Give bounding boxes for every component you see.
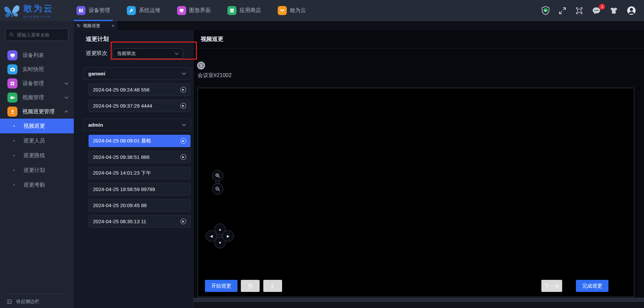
play-icon[interactable]: ▶	[180, 87, 186, 93]
bullet-dot	[13, 125, 15, 127]
sidebar: 设备列表 实时快照 设备管理 视频管理 视频巡更管理	[0, 21, 74, 308]
divider	[7, 294, 66, 294]
plan-record-item[interactable]: 2024-04-25 08:35:13 11 ▶	[89, 215, 191, 228]
messages-icon[interactable]: 3	[592, 7, 601, 15]
next-step-button[interactable]: 下一步	[541, 280, 562, 292]
arrow-left-icon: ◀	[210, 234, 213, 238]
screenshot-frame-icon[interactable]	[575, 7, 583, 15]
bottom-spacer	[194, 302, 644, 308]
pan-right-button[interactable]: ▶	[222, 230, 234, 242]
arrow-right-icon: ▶	[227, 234, 229, 238]
sidebar-subitem-patrol-route[interactable]: 巡更路线	[0, 148, 74, 163]
patrol-record-button[interactable]	[241, 280, 260, 292]
sidebar-subitem-video-patrol[interactable]: 视频巡更	[0, 119, 74, 133]
monitor-icon	[177, 6, 186, 15]
sidebar-subitem-label: 巡更计划	[23, 167, 45, 174]
play-icon[interactable]: ▶	[180, 138, 186, 144]
plan-record-item[interactable]: 2024-04-25 18:58:59 89789	[89, 183, 191, 195]
top-nav: 敢为云 GANWEIYUN 设备管理 系统运维 图形界面 应用	[0, 0, 644, 21]
nav-tab-label: 系统运维	[139, 7, 160, 14]
search-icon	[9, 32, 14, 37]
plan-record-item[interactable]: 2024-04-25 09:38:51 888 ▶	[89, 151, 191, 163]
plan-record-item[interactable]: 2024-04-25 20:09:45 88	[89, 199, 191, 211]
collapse-sidebar-button[interactable]: 收起侧边栏	[0, 299, 74, 305]
video-player-area[interactable]: ▲ ▼ ◀ ▶ 开始巡更 ✂ 下一步 完成巡更	[198, 88, 634, 297]
pan-left-button[interactable]: ◀	[206, 230, 217, 242]
nav-tab-system-ops[interactable]: 系统运维	[127, 0, 160, 21]
butterfly-small-icon	[278, 6, 287, 15]
divider	[194, 48, 644, 49]
sidebar-item-video-patrol-management[interactable]: 视频巡更管理	[0, 105, 74, 119]
nav-tab-app-store[interactable]: 应用商店	[227, 0, 261, 21]
chevron-up-icon	[64, 110, 68, 113]
snip-button[interactable]: ✂	[263, 280, 282, 292]
plan-record-time: 2024-04-25 09:37:29 4444	[93, 103, 152, 109]
sidebar-item-live-snapshot[interactable]: 实时快照	[0, 62, 74, 76]
zoom-out-button[interactable]	[212, 183, 223, 195]
search-input[interactable]	[17, 32, 65, 38]
patrol-plan-panel: 巡更计划 巡更班次 当前班次 ganwei 2024-04-25 09:24:4…	[74, 30, 194, 308]
plan-group-ganwei[interactable]: ganwei	[83, 67, 191, 80]
plan-record-time: 2024-04-25 08:09:01 晨检	[93, 138, 151, 144]
group-name: admin	[88, 122, 103, 128]
sidebar-item-video-management[interactable]: 视频管理	[0, 90, 74, 105]
menu-search-box[interactable]	[5, 28, 68, 41]
nav-tab-graphic-interface[interactable]: 图形界面	[177, 0, 211, 21]
sidebar-subitem-patrol-attendance[interactable]: 巡更考勤	[0, 178, 74, 192]
plan-record-time: 2024-04-25 18:58:59 89789	[93, 186, 155, 192]
plan-record-time: 2024-04-25 09:24:48 556	[93, 87, 149, 93]
nav-tab-label: 设备管理	[89, 7, 110, 14]
plan-record-item[interactable]: 2024-04-25 09:37:29 4444 ▶	[89, 100, 191, 112]
sidebar-item-label: 设备管理	[22, 80, 44, 87]
refresh-icon[interactable]: ↻	[77, 23, 80, 28]
zoom-in-button[interactable]	[212, 170, 223, 181]
nav-tab-label: 图形界面	[189, 7, 211, 14]
sidebar-item-label: 视频管理	[22, 94, 44, 101]
nav-tab-device-management[interactable]: 设备管理	[76, 0, 110, 21]
shift-select[interactable]: 当前班次	[113, 48, 183, 59]
page-tab-video-patrol[interactable]: ↻ 视频巡更 ×	[74, 21, 117, 30]
page-tab-label: 视频巡更	[83, 23, 100, 29]
plan-group-admin[interactable]: admin	[83, 119, 191, 131]
sidebar-footer: 收起侧边栏	[0, 294, 74, 305]
sidebar-item-label: 设备列表	[22, 52, 44, 59]
record-doc-icon	[248, 284, 253, 289]
shift-row: 巡更班次 当前班次	[86, 48, 193, 59]
message-count-badge: 3	[599, 4, 605, 10]
sidebar-subitem-label: 巡更人员	[23, 137, 45, 144]
plan-record-time: 2024-04-25 09:38:51 888	[93, 154, 149, 160]
plan-record-item-selected[interactable]: 2024-04-25 08:09:01 晨检 ▶	[89, 135, 191, 147]
sidebar-subitem-patrol-personnel[interactable]: 巡更人员	[0, 133, 74, 148]
chevron-down-icon	[175, 52, 179, 55]
main-panel-title: 视频巡更	[194, 30, 644, 43]
play-icon[interactable]: ▶	[180, 103, 186, 109]
finish-patrol-button[interactable]: 完成巡更	[576, 280, 608, 292]
butterfly-logo-icon	[3, 2, 21, 19]
top-nav-tabs: 设备管理 系统运维 图形界面 应用商店 敢为云	[74, 0, 306, 21]
bullet-dot	[13, 140, 15, 141]
nav-tab-ganweiyun[interactable]: 敢为云	[278, 0, 306, 21]
sidebar-item-label: 实时快照	[22, 66, 44, 73]
arrow-up-icon: ▲	[218, 228, 222, 231]
start-patrol-button[interactable]: 开始巡更	[205, 280, 237, 292]
play-icon[interactable]: ▶	[180, 219, 186, 224]
theme-shirt-icon[interactable]	[609, 7, 618, 14]
close-tab-icon[interactable]: ×	[112, 23, 114, 28]
plan-list: ganwei 2024-04-25 09:24:48 556 ▶ 2024-04…	[74, 67, 193, 228]
security-shield-icon[interactable]	[541, 6, 550, 15]
chevron-down-icon	[64, 82, 68, 85]
fullscreen-expand-icon[interactable]	[558, 7, 567, 15]
top-right-icons: 3	[541, 6, 644, 15]
plan-record-item[interactable]: 2024-04-25 09:24:48 556 ▶	[89, 83, 191, 96]
bottom-scrollbar-track[interactable]	[194, 298, 644, 302]
brand-subtitle: GANWEIYUN	[23, 15, 54, 18]
step-number-badge: 1	[197, 62, 205, 69]
user-avatar[interactable]	[627, 6, 636, 15]
play-icon[interactable]: ▶	[180, 154, 186, 160]
brand-name: 敢为云	[23, 3, 54, 14]
sidebar-subitem-patrol-plan[interactable]: 巡更计划	[0, 163, 74, 178]
sidebar-item-device-management[interactable]: 设备管理	[0, 76, 74, 90]
sidebar-item-device-list[interactable]: 设备列表	[0, 48, 74, 62]
wrench-icon	[127, 6, 136, 15]
plan-record-item[interactable]: 2024-04-25 14:01:23 下午	[89, 167, 191, 179]
